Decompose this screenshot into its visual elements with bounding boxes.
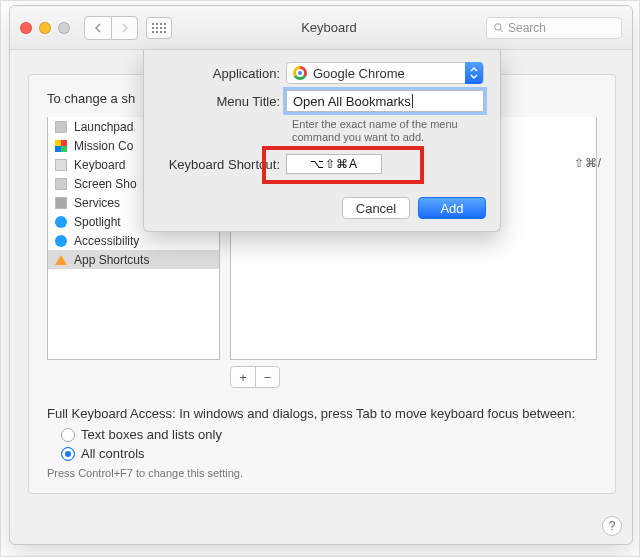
sidebar-item-label: Spotlight: [74, 215, 121, 229]
sidebar-item-label: Services: [74, 196, 120, 210]
menu-title-hint: Enter the exact name of the menu command…: [292, 118, 484, 144]
sidebar-item-label: Keyboard: [74, 158, 125, 172]
window-title: Keyboard: [180, 20, 478, 35]
menu-title-label: Menu Title:: [160, 94, 286, 109]
add-shortcut-sheet: Application: Google Chrome Menu Title: O…: [143, 50, 501, 232]
svg-point-0: [495, 24, 501, 30]
search-field[interactable]: Search: [486, 17, 622, 39]
titlebar: Keyboard Search: [10, 6, 632, 50]
back-button[interactable]: [85, 17, 111, 39]
sidebar-item-label: Accessibility: [74, 234, 139, 248]
mission-control-icon: [54, 139, 68, 153]
radio-text-boxes-only[interactable]: Text boxes and lists only: [61, 427, 597, 442]
screenshots-icon: [54, 177, 68, 191]
help-button[interactable]: ?: [602, 516, 622, 536]
accessibility-icon: [54, 234, 68, 248]
application-popup[interactable]: Google Chrome: [286, 62, 484, 84]
search-placeholder: Search: [508, 21, 546, 35]
chevron-updown-icon: [465, 62, 483, 84]
services-icon: [54, 196, 68, 210]
show-all-button[interactable]: [146, 17, 172, 39]
sidebar-item-label: Launchpad: [74, 120, 133, 134]
cancel-button[interactable]: Cancel: [342, 197, 410, 219]
launchpad-icon: [54, 120, 68, 134]
add-button[interactable]: Add: [418, 197, 486, 219]
grid-icon: [152, 23, 166, 33]
full-keyboard-access-hint: Press Control+F7 to change this setting.: [47, 467, 597, 479]
sidebar-item-app-shortcuts[interactable]: App Shortcuts: [48, 250, 219, 269]
existing-shortcut-display: ⇧⌘/: [574, 156, 602, 170]
radio-icon: [61, 428, 75, 442]
window-controls: [20, 22, 70, 34]
keyboard-icon: [54, 158, 68, 172]
radio-icon: [61, 447, 75, 461]
nav-buttons: [84, 16, 138, 40]
zoom-window-button: [58, 22, 70, 34]
close-window-button[interactable]: [20, 22, 32, 34]
full-keyboard-access-label: Full Keyboard Access: In windows and dia…: [47, 406, 597, 421]
menu-title-input[interactable]: Open All Bookmarks: [286, 90, 484, 112]
add-remove-control: + −: [230, 366, 280, 388]
application-label: Application:: [160, 66, 286, 81]
chrome-icon: [293, 66, 307, 80]
svg-line-1: [500, 29, 502, 31]
minimize-window-button[interactable]: [39, 22, 51, 34]
sidebar-item-accessibility[interactable]: Accessibility: [48, 231, 219, 250]
sidebar-item-label: App Shortcuts: [74, 253, 149, 267]
radio-all-controls[interactable]: All controls: [61, 446, 597, 461]
preferences-window: Keyboard Search To change a sh eys. Laun…: [9, 5, 633, 545]
sidebar-item-label: Screen Sho: [74, 177, 137, 191]
spotlight-icon: [54, 215, 68, 229]
app-shortcuts-icon: [54, 253, 68, 267]
keyboard-shortcut-input[interactable]: ⌥⇧⌘A: [286, 154, 382, 174]
search-icon: [493, 22, 504, 33]
remove-shortcut-button[interactable]: −: [255, 367, 279, 387]
keyboard-shortcut-label: Keyboard Shortcut:: [160, 157, 286, 172]
sidebar-item-label: Mission Co: [74, 139, 133, 153]
forward-button[interactable]: [111, 17, 137, 39]
add-shortcut-button[interactable]: +: [231, 367, 255, 387]
